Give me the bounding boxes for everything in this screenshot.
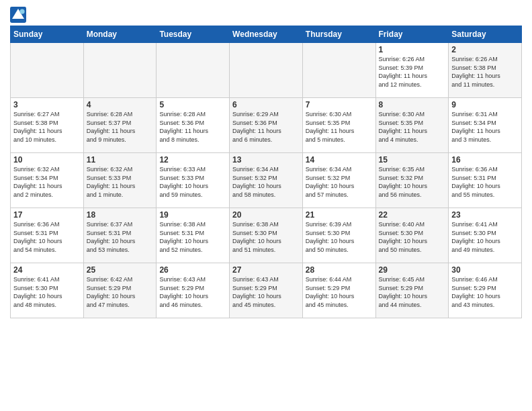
day-number: 11 bbox=[87, 155, 154, 165]
day-number: 30 bbox=[451, 265, 519, 275]
day-number: 16 bbox=[451, 155, 519, 165]
week-row-5: 24Sunrise: 6:41 AM Sunset: 5:30 PM Dayli… bbox=[11, 263, 522, 318]
calendar-cell: 7Sunrise: 6:30 AM Sunset: 5:35 PM Daylig… bbox=[302, 98, 375, 153]
calendar-cell: 20Sunrise: 6:38 AM Sunset: 5:30 PM Dayli… bbox=[230, 208, 303, 263]
weekday-header-row: SundayMondayTuesdayWednesdayThursdayFrid… bbox=[11, 26, 522, 43]
weekday-header-wednesday: Wednesday bbox=[230, 26, 303, 43]
weekday-header-tuesday: Tuesday bbox=[157, 26, 230, 43]
day-info: Sunrise: 6:34 AM Sunset: 5:32 PM Dayligh… bbox=[306, 165, 373, 199]
day-info: Sunrise: 6:44 AM Sunset: 5:29 PM Dayligh… bbox=[306, 275, 373, 309]
calendar-cell bbox=[157, 43, 230, 98]
day-number: 24 bbox=[13, 265, 81, 275]
day-number: 5 bbox=[159, 100, 226, 109]
calendar-cell: 25Sunrise: 6:42 AM Sunset: 5:29 PM Dayli… bbox=[83, 263, 157, 318]
calendar-cell: 19Sunrise: 6:38 AM Sunset: 5:31 PM Dayli… bbox=[157, 208, 230, 263]
week-row-1: 1Sunrise: 6:26 AM Sunset: 5:39 PM Daylig… bbox=[11, 43, 522, 98]
calendar-cell: 30Sunrise: 6:46 AM Sunset: 5:29 PM Dayli… bbox=[449, 263, 522, 318]
calendar-cell: 5Sunrise: 6:28 AM Sunset: 5:36 PM Daylig… bbox=[157, 98, 230, 153]
calendar-table: SundayMondayTuesdayWednesdayThursdayFrid… bbox=[10, 26, 522, 318]
day-info: Sunrise: 6:28 AM Sunset: 5:37 PM Dayligh… bbox=[87, 110, 154, 144]
day-info: Sunrise: 6:31 AM Sunset: 5:34 PM Dayligh… bbox=[451, 110, 519, 144]
calendar-cell: 9Sunrise: 6:31 AM Sunset: 5:34 PM Daylig… bbox=[449, 98, 522, 153]
day-number: 2 bbox=[451, 45, 519, 54]
day-info: Sunrise: 6:27 AM Sunset: 5:38 PM Dayligh… bbox=[13, 110, 81, 144]
day-info: Sunrise: 6:45 AM Sunset: 5:29 PM Dayligh… bbox=[379, 275, 446, 309]
svg-point-2 bbox=[19, 9, 24, 14]
day-info: Sunrise: 6:32 AM Sunset: 5:34 PM Dayligh… bbox=[13, 165, 81, 199]
calendar-cell: 29Sunrise: 6:45 AM Sunset: 5:29 PM Dayli… bbox=[375, 263, 449, 318]
calendar-cell: 6Sunrise: 6:29 AM Sunset: 5:36 PM Daylig… bbox=[230, 98, 303, 153]
day-info: Sunrise: 6:29 AM Sunset: 5:36 PM Dayligh… bbox=[232, 110, 300, 144]
day-number: 3 bbox=[13, 100, 81, 109]
calendar-cell: 21Sunrise: 6:39 AM Sunset: 5:30 PM Dayli… bbox=[302, 208, 375, 263]
calendar-cell: 24Sunrise: 6:41 AM Sunset: 5:30 PM Dayli… bbox=[11, 263, 84, 318]
day-info: Sunrise: 6:36 AM Sunset: 5:31 PM Dayligh… bbox=[13, 220, 81, 254]
calendar-cell: 13Sunrise: 6:34 AM Sunset: 5:32 PM Dayli… bbox=[230, 153, 303, 208]
week-row-4: 17Sunrise: 6:36 AM Sunset: 5:31 PM Dayli… bbox=[11, 208, 522, 263]
day-info: Sunrise: 6:39 AM Sunset: 5:30 PM Dayligh… bbox=[306, 220, 373, 254]
day-number: 14 bbox=[306, 155, 373, 165]
day-info: Sunrise: 6:41 AM Sunset: 5:30 PM Dayligh… bbox=[13, 275, 81, 309]
weekday-header-sunday: Sunday bbox=[11, 26, 84, 43]
day-info: Sunrise: 6:46 AM Sunset: 5:29 PM Dayligh… bbox=[451, 275, 519, 309]
day-info: Sunrise: 6:42 AM Sunset: 5:29 PM Dayligh… bbox=[87, 275, 154, 309]
day-number: 28 bbox=[306, 265, 373, 275]
day-number: 13 bbox=[232, 155, 300, 165]
day-number: 7 bbox=[306, 100, 373, 109]
calendar-cell bbox=[302, 43, 375, 98]
day-number: 27 bbox=[232, 265, 300, 275]
calendar-cell: 18Sunrise: 6:37 AM Sunset: 5:31 PM Dayli… bbox=[83, 208, 157, 263]
weekday-header-monday: Monday bbox=[83, 26, 157, 43]
calendar-cell: 27Sunrise: 6:43 AM Sunset: 5:29 PM Dayli… bbox=[230, 263, 303, 318]
weekday-header-friday: Friday bbox=[375, 26, 449, 43]
day-info: Sunrise: 6:28 AM Sunset: 5:36 PM Dayligh… bbox=[159, 110, 226, 144]
calendar-cell: 8Sunrise: 6:30 AM Sunset: 5:35 PM Daylig… bbox=[375, 98, 449, 153]
day-number: 26 bbox=[159, 265, 226, 275]
day-number: 1 bbox=[379, 45, 446, 54]
day-number: 22 bbox=[379, 210, 446, 220]
header bbox=[10, 7, 522, 23]
calendar-cell: 12Sunrise: 6:33 AM Sunset: 5:33 PM Dayli… bbox=[157, 153, 230, 208]
day-number: 25 bbox=[87, 265, 154, 275]
day-number: 17 bbox=[13, 210, 81, 220]
day-info: Sunrise: 6:41 AM Sunset: 5:30 PM Dayligh… bbox=[451, 220, 519, 254]
day-info: Sunrise: 6:43 AM Sunset: 5:29 PM Dayligh… bbox=[232, 275, 300, 309]
day-number: 6 bbox=[232, 100, 300, 109]
day-number: 21 bbox=[306, 210, 373, 220]
calendar-cell: 2Sunrise: 6:26 AM Sunset: 5:38 PM Daylig… bbox=[449, 43, 522, 98]
day-info: Sunrise: 6:38 AM Sunset: 5:31 PM Dayligh… bbox=[159, 220, 226, 254]
day-info: Sunrise: 6:36 AM Sunset: 5:31 PM Dayligh… bbox=[451, 165, 519, 199]
logo-icon bbox=[10, 7, 26, 23]
day-info: Sunrise: 6:26 AM Sunset: 5:39 PM Dayligh… bbox=[379, 55, 446, 89]
day-info: Sunrise: 6:30 AM Sunset: 5:35 PM Dayligh… bbox=[379, 110, 446, 144]
day-info: Sunrise: 6:26 AM Sunset: 5:38 PM Dayligh… bbox=[451, 55, 519, 89]
day-number: 19 bbox=[159, 210, 226, 220]
day-number: 18 bbox=[87, 210, 154, 220]
day-info: Sunrise: 6:32 AM Sunset: 5:33 PM Dayligh… bbox=[87, 165, 154, 199]
weekday-header-thursday: Thursday bbox=[302, 26, 375, 43]
weekday-header-saturday: Saturday bbox=[449, 26, 522, 43]
day-info: Sunrise: 6:43 AM Sunset: 5:29 PM Dayligh… bbox=[159, 275, 226, 309]
day-number: 8 bbox=[379, 100, 446, 109]
calendar-cell: 1Sunrise: 6:26 AM Sunset: 5:39 PM Daylig… bbox=[375, 43, 449, 98]
calendar-cell: 26Sunrise: 6:43 AM Sunset: 5:29 PM Dayli… bbox=[157, 263, 230, 318]
calendar-cell: 4Sunrise: 6:28 AM Sunset: 5:37 PM Daylig… bbox=[83, 98, 157, 153]
day-info: Sunrise: 6:34 AM Sunset: 5:32 PM Dayligh… bbox=[232, 165, 300, 199]
day-number: 20 bbox=[232, 210, 300, 220]
calendar-cell: 22Sunrise: 6:40 AM Sunset: 5:30 PM Dayli… bbox=[375, 208, 449, 263]
calendar-cell: 17Sunrise: 6:36 AM Sunset: 5:31 PM Dayli… bbox=[11, 208, 84, 263]
calendar-cell bbox=[83, 43, 157, 98]
calendar-cell: 10Sunrise: 6:32 AM Sunset: 5:34 PM Dayli… bbox=[11, 153, 84, 208]
day-info: Sunrise: 6:37 AM Sunset: 5:31 PM Dayligh… bbox=[87, 220, 154, 254]
day-number: 15 bbox=[379, 155, 446, 165]
day-info: Sunrise: 6:30 AM Sunset: 5:35 PM Dayligh… bbox=[306, 110, 373, 144]
calendar-cell bbox=[11, 43, 84, 98]
calendar-cell bbox=[230, 43, 303, 98]
day-info: Sunrise: 6:33 AM Sunset: 5:33 PM Dayligh… bbox=[159, 165, 226, 199]
calendar-cell: 15Sunrise: 6:35 AM Sunset: 5:32 PM Dayli… bbox=[375, 153, 449, 208]
calendar-cell: 28Sunrise: 6:44 AM Sunset: 5:29 PM Dayli… bbox=[302, 263, 375, 318]
day-info: Sunrise: 6:35 AM Sunset: 5:32 PM Dayligh… bbox=[379, 165, 446, 199]
day-number: 29 bbox=[379, 265, 446, 275]
day-info: Sunrise: 6:38 AM Sunset: 5:30 PM Dayligh… bbox=[232, 220, 300, 254]
calendar-cell: 14Sunrise: 6:34 AM Sunset: 5:32 PM Dayli… bbox=[302, 153, 375, 208]
